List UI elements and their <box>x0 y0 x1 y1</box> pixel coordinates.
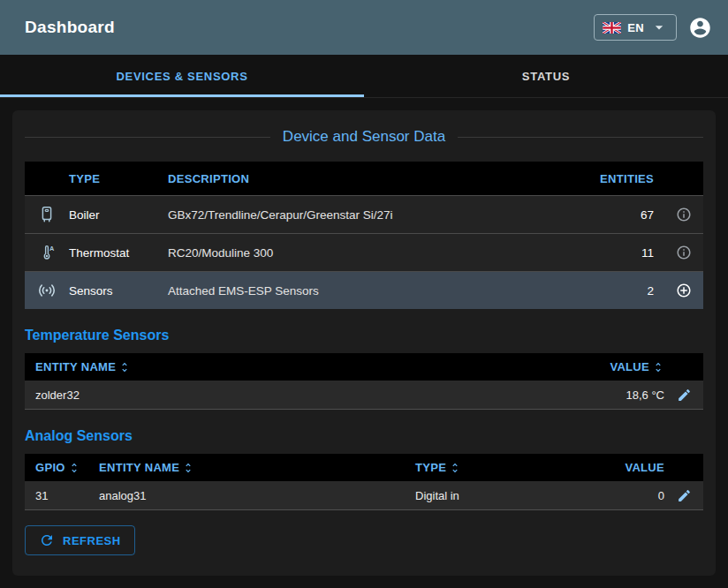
refresh-icon <box>39 532 55 548</box>
boiler-icon <box>25 205 69 224</box>
device-type: Boiler <box>69 208 168 222</box>
info-icon[interactable] <box>664 207 703 222</box>
device-type: Thermostat <box>69 246 168 260</box>
sensor-value: 18,6 °C <box>541 388 664 402</box>
sensor-value: 0 <box>565 489 664 502</box>
sensors-icon <box>25 281 69 300</box>
table-row-boiler[interactable]: Boiler GBx72/Trendline/Cerapur/Greenstar… <box>25 195 703 233</box>
divider <box>458 137 703 138</box>
device-description: GBx72/Trendline/Cerapur/Greenstar Si/27i <box>168 208 583 222</box>
devices-table: TYPE DESCRIPTION ENTITIES Boiler GBx72/T… <box>25 162 703 309</box>
temperature-sensors-heading: Temperature Sensors <box>25 328 703 343</box>
divider <box>25 137 270 138</box>
table-row-zolder32[interactable]: zolder32 18,6 °C <box>25 381 703 410</box>
sort-arrows-icon <box>652 361 664 373</box>
tab-status[interactable]: STATUS <box>364 55 728 97</box>
devices-table-header: TYPE DESCRIPTION ENTITIES <box>25 162 703 195</box>
refresh-button[interactable]: REFRESH <box>25 525 135 555</box>
thermostat-icon: A <box>25 243 69 262</box>
language-code: EN <box>627 21 644 34</box>
column-header-description: DESCRIPTION <box>168 172 583 185</box>
column-header-entities: ENTITIES <box>583 172 664 185</box>
account-circle-icon <box>688 16 712 40</box>
sensor-gpio: 31 <box>25 489 99 502</box>
temperature-table-header: ENTITY NAME VALUE <box>25 353 703 381</box>
device-entities-count: 67 <box>583 208 664 222</box>
card-title: Device and Sensor Data <box>283 128 445 146</box>
sensor-entity-name: zolder32 <box>25 388 541 402</box>
edit-icon[interactable] <box>664 388 703 403</box>
device-sensor-card: Device and Sensor Data TYPE DESCRIPTION … <box>12 110 716 576</box>
column-header-type: TYPE <box>69 172 168 185</box>
sort-arrows-icon <box>449 462 461 474</box>
sort-entity-name[interactable]: ENTITY NAME <box>99 461 415 474</box>
device-entities-count: 11 <box>583 246 664 260</box>
sensor-entity-name: analog31 <box>99 489 415 502</box>
sensor-type: Digital in <box>415 489 565 502</box>
info-icon[interactable] <box>664 245 703 260</box>
tab-devices-sensors[interactable]: DEVICES & SENSORS <box>0 55 364 97</box>
active-tab-indicator <box>0 94 364 97</box>
sort-type[interactable]: TYPE <box>415 461 565 474</box>
analog-sensors-heading: Analog Sensors <box>25 428 703 444</box>
analog-sensors-table: GPIO ENTITY NAME TYPE VALUE 31 <box>25 454 703 510</box>
table-row-thermostat[interactable]: A Thermostat RC20/Moduline 300 11 <box>25 233 703 271</box>
edit-icon[interactable] <box>664 488 703 503</box>
card-title-row: Device and Sensor Data <box>25 128 703 146</box>
table-row-analog31[interactable]: 31 analog31 Digital in 0 <box>25 481 703 510</box>
app-bar: Dashboard EN <box>0 0 728 55</box>
add-circle-icon[interactable] <box>664 283 703 298</box>
sort-entity-name[interactable]: ENTITY NAME <box>25 360 541 373</box>
temperature-sensors-table: ENTITY NAME VALUE zolder32 18,6 °C <box>25 353 703 410</box>
table-row-sensors[interactable]: Sensors Attached EMS-ESP Sensors 2 <box>25 271 703 309</box>
device-description: RC20/Moduline 300 <box>168 246 583 260</box>
chevron-down-icon <box>650 19 668 36</box>
device-description: Attached EMS-ESP Sensors <box>168 284 583 298</box>
sort-arrows-icon <box>118 361 131 373</box>
language-selector[interactable]: EN <box>594 14 677 41</box>
svg-text:A: A <box>49 245 55 253</box>
sort-arrows-icon <box>182 462 194 474</box>
sort-value[interactable]: VALUE <box>541 360 664 373</box>
analog-table-header: GPIO ENTITY NAME TYPE VALUE <box>25 454 703 481</box>
page-title: Dashboard <box>25 18 594 37</box>
account-button[interactable] <box>688 16 712 40</box>
device-entities-count: 2 <box>583 284 664 298</box>
sort-gpio[interactable]: GPIO <box>25 461 99 474</box>
device-type: Sensors <box>69 284 168 298</box>
tab-bar: DEVICES & SENSORS STATUS <box>0 55 728 98</box>
sort-arrows-icon <box>68 462 80 474</box>
column-header-value: VALUE <box>565 461 664 474</box>
uk-flag-icon <box>603 22 621 34</box>
